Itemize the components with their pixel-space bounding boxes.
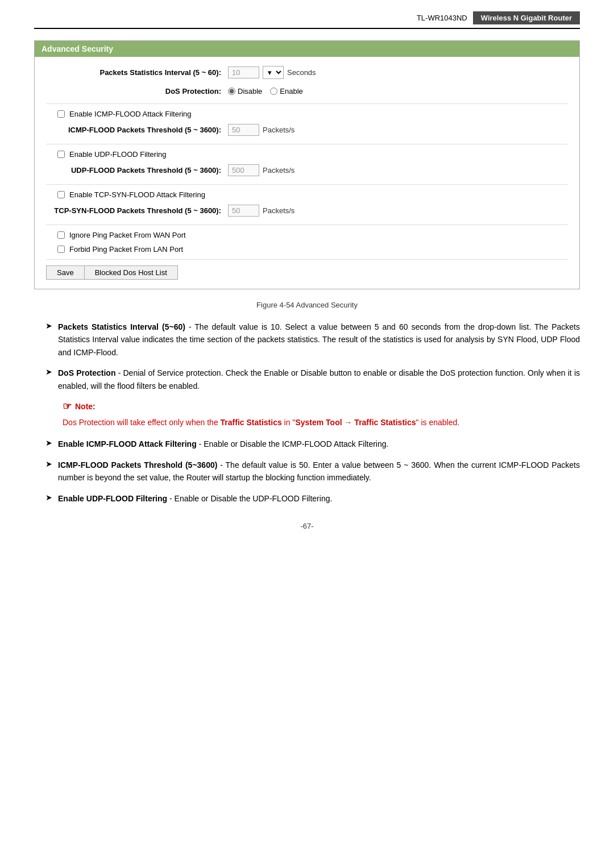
blocked-dos-host-list-button[interactable]: Blocked Dos Host List (84, 265, 178, 280)
udp-flood-checkbox[interactable] (57, 151, 65, 158)
ping-wan-label: Ignore Ping Packet From WAN Port (69, 231, 186, 239)
divider-4 (46, 225, 568, 225)
note-system-tool: System Tool (295, 418, 342, 427)
bullet-arrow-3: ➤ (45, 438, 52, 447)
bullet-bold-5: Enable UDP-FLOOD Filtering (58, 494, 167, 503)
bullet-dos-protection: ➤ DoS Protection - Denial of Service pro… (45, 367, 580, 392)
dos-enable-label: Enable (280, 87, 302, 95)
advanced-security-panel: Advanced Security Packets Statistics Int… (34, 40, 580, 289)
udp-threshold-controls: Packets/s (228, 164, 294, 176)
bullet-bold-1: Packets Statistics Interval (5~60) (58, 322, 185, 331)
icmp-threshold-input[interactable] (228, 124, 259, 136)
save-button[interactable]: Save (46, 265, 85, 280)
tcp-checkbox-row: Enable TCP-SYN-FLOOD Attack Filtering (46, 190, 568, 199)
bullet-udp-filtering: ➤ Enable UDP-FLOOD Filtering - Enable or… (45, 492, 580, 505)
dos-enable-radio[interactable] (270, 88, 277, 95)
panel-title: Advanced Security (35, 41, 579, 57)
description-section: ➤ Packets Statistics Interval (5~60) - T… (34, 321, 580, 505)
bullet-text-1: Packets Statistics Interval (5~60) - The… (58, 321, 580, 359)
note-icon: ☞ (63, 400, 72, 413)
bullet-text-3: Enable ICMP-FLOOD Attack Filtering - Ena… (58, 438, 388, 450)
icmp-checkbox-row: Enable ICMP-FLOOD Attack Filtering (46, 110, 568, 118)
tcp-threshold-controls: Packets/s (228, 205, 294, 217)
udp-checkbox-row: Enable UDP-FLOOD Filtering (46, 150, 568, 159)
icmp-threshold-row: ICMP-FLOOD Packets Threshold (5 ~ 3600):… (46, 124, 568, 136)
dos-disable-option[interactable]: Disable (228, 87, 262, 95)
bullet-arrow-1: ➤ (45, 321, 52, 330)
divider-5 (46, 259, 568, 260)
udp-threshold-label: UDP-FLOOD Packets Threshold (5 ~ 3600): (46, 166, 228, 175)
divider-2 (46, 144, 568, 144)
note-text: Dos Protection will take effect only whe… (63, 416, 580, 429)
tcp-threshold-label: TCP-SYN-FLOOD Packets Threshold (5 ~ 360… (46, 206, 228, 215)
bullet-content-3: - Enable or Disable the ICMP-FLOOD Attac… (197, 439, 389, 448)
tcp-threshold-row: TCP-SYN-FLOOD Packets Threshold (5 ~ 360… (46, 205, 568, 217)
note-title: ☞ Note: (63, 400, 580, 413)
packets-interval-select[interactable]: ▾ (263, 66, 284, 79)
tcp-syn-flood-label: Enable TCP-SYN-FLOOD Attack Filtering (69, 190, 205, 199)
bullet-content-2: - Denial of Service protection. Check th… (58, 368, 580, 390)
note-text-before: Dos Protection will take effect only whe… (63, 418, 221, 427)
ping-lan-row: Forbid Ping Packet From LAN Port (46, 245, 568, 254)
ping-lan-checkbox[interactable] (57, 246, 65, 253)
page-header: TL-WR1043ND Wireless N Gigabit Router (34, 11, 580, 29)
button-row: Save Blocked Dos Host List (46, 265, 568, 280)
bullet-text-4: ICMP-FLOOD Packets Threshold (5~3600) - … (58, 459, 580, 484)
bullet-arrow-2: ➤ (45, 367, 52, 376)
dos-protection-label: DoS Protection: (46, 87, 228, 95)
udp-threshold-input[interactable] (228, 164, 259, 176)
bullet-bold-3: Enable ICMP-FLOOD Attack Filtering (58, 439, 197, 448)
packets-interval-row: Packets Statistics Interval (5 ~ 60): ▾ … (46, 66, 568, 79)
bullet-content-5: - Enable or Disable the UDP-FLOOD Filter… (167, 494, 332, 503)
divider-3 (46, 184, 568, 185)
bullet-bold-2: DoS Protection (58, 368, 115, 377)
packets-interval-input[interactable] (228, 67, 259, 78)
dos-disable-radio[interactable] (228, 88, 235, 95)
divider-1 (46, 103, 568, 104)
model-label: TL-WR1043ND (417, 14, 467, 22)
icmp-threshold-unit: Packets/s (263, 126, 294, 134)
icmp-threshold-label: ICMP-FLOOD Packets Threshold (5 ~ 3600): (46, 126, 228, 134)
packets-interval-controls: ▾ Seconds (228, 66, 316, 79)
bullet-bold-4: ICMP-FLOOD Packets Threshold (5~3600) (58, 460, 217, 470)
icmp-flood-checkbox[interactable] (57, 110, 65, 118)
note-text-after: " is enabled. (416, 418, 460, 427)
bullet-text-2: DoS Protection - Denial of Service prote… (58, 367, 580, 392)
ping-lan-label: Forbid Ping Packet From LAN Port (69, 245, 183, 254)
figure-caption: Figure 4-54 Advanced Security (34, 301, 580, 309)
note-traffic-statistics-link: Traffic Statistics (221, 418, 282, 427)
note-traffic-statistics-bold: Traffic Statistics (354, 418, 416, 427)
tcp-threshold-input[interactable] (228, 205, 259, 217)
bullet-arrow-5: ➤ (45, 493, 52, 502)
panel-body: Packets Statistics Interval (5 ~ 60): ▾ … (35, 57, 579, 289)
dos-protection-radios: Disable Enable (228, 87, 303, 95)
icmp-threshold-controls: Packets/s (228, 124, 294, 136)
udp-flood-label: Enable UDP-FLOOD Filtering (69, 150, 167, 159)
dos-protection-row: DoS Protection: Disable Enable (46, 87, 568, 95)
packets-interval-unit: Seconds (287, 68, 316, 77)
note-box: ☞ Note: Dos Protection will take effect … (63, 400, 580, 429)
bullet-icmp-filtering: ➤ Enable ICMP-FLOOD Attack Filtering - E… (45, 438, 580, 450)
product-title: Wireless N Gigabit Router (473, 11, 580, 24)
note-text-middle: in " (282, 418, 296, 427)
bullet-arrow-4: ➤ (45, 459, 52, 468)
bullet-text-5: Enable UDP-FLOOD Filtering - Enable or D… (58, 492, 332, 505)
page-number: -67- (34, 522, 580, 530)
note-arrow: → (342, 418, 355, 427)
icmp-flood-label: Enable ICMP-FLOOD Attack Filtering (69, 110, 192, 118)
dos-enable-option[interactable]: Enable (270, 87, 302, 95)
ping-wan-checkbox[interactable] (57, 231, 65, 239)
bullet-packets-interval: ➤ Packets Statistics Interval (5~60) - T… (45, 321, 580, 359)
udp-threshold-unit: Packets/s (263, 166, 294, 175)
bullet-icmp-threshold: ➤ ICMP-FLOOD Packets Threshold (5~3600) … (45, 459, 580, 484)
dos-disable-label: Disable (238, 87, 262, 95)
note-label: Note: (75, 402, 96, 411)
ping-wan-row: Ignore Ping Packet From WAN Port (46, 231, 568, 239)
tcp-threshold-unit: Packets/s (263, 206, 294, 215)
tcp-syn-flood-checkbox[interactable] (57, 191, 65, 198)
packets-interval-label: Packets Statistics Interval (5 ~ 60): (46, 68, 228, 77)
udp-threshold-row: UDP-FLOOD Packets Threshold (5 ~ 3600): … (46, 164, 568, 176)
